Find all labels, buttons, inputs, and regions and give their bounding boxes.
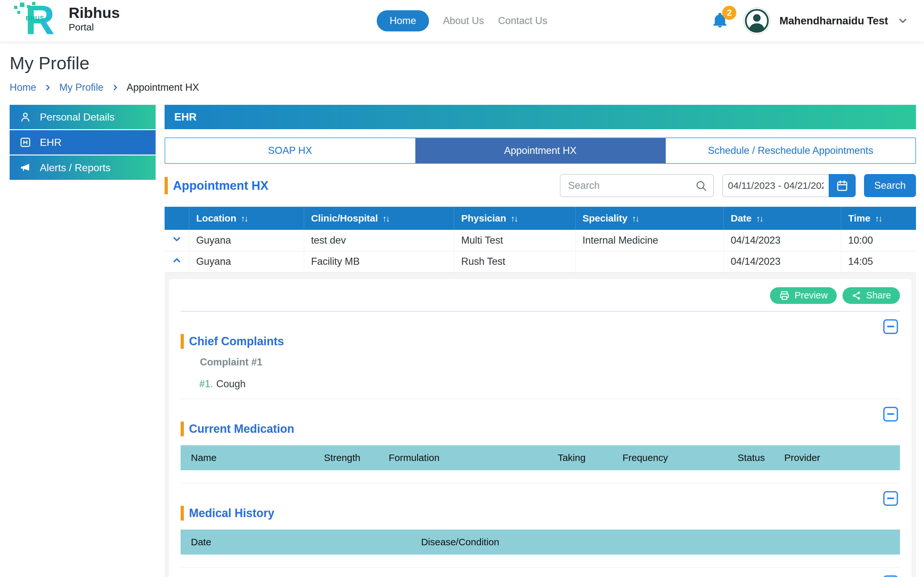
med-col-provider: Provider (774, 452, 900, 463)
med-col-strength: Strength (314, 452, 379, 463)
med-col-frequency: Frequency (612, 452, 727, 463)
section-title: Appointment HX (173, 179, 268, 193)
col-clinic-hospital[interactable]: Clinic/Hospital↑↓ (304, 207, 454, 230)
panel-header: EHR (165, 105, 916, 129)
brand-name: Ribhus (69, 5, 120, 21)
accent-bar (181, 422, 184, 436)
person-silhouette-icon (744, 8, 769, 33)
section-chief-complaints: Chief Complaints Complaint #1 #1.Cough (181, 311, 900, 390)
section-medical-history: Medical History Date Disease/Condition (181, 484, 900, 554)
logo-mark: R BHUS (13, 1, 64, 40)
collapse-minus-icon[interactable] (883, 491, 898, 506)
col-physician[interactable]: Physician↑↓ (454, 207, 575, 230)
accent-bar (165, 177, 168, 194)
row-expander[interactable] (165, 251, 189, 272)
content-layout: Personal Details EHR Alerts / Reports EH… (10, 105, 916, 577)
appointments-table: Location↑↓ Clinic/Hospital↑↓ Physician↑↓… (165, 207, 916, 272)
preview-button[interactable]: Preview (770, 287, 837, 304)
tab-schedule-reschedule[interactable]: Schedule / Reschedule Appointments (666, 138, 915, 163)
nav-about-us[interactable]: About Us (443, 15, 484, 27)
med-col-name: Name (181, 452, 314, 463)
sort-icon[interactable]: ↑↓ (383, 214, 389, 223)
collapse-minus-icon[interactable] (883, 319, 898, 334)
cell-time: 14:05 (841, 251, 916, 272)
section-heading: Medical History (181, 506, 900, 521)
nav-contact-us[interactable]: Contact Us (498, 15, 547, 27)
sort-icon[interactable]: ↑↓ (756, 214, 763, 223)
avatar[interactable] (743, 7, 771, 34)
user-name[interactable]: Mahendharnaidu Test (779, 15, 888, 27)
logo-dot (20, 3, 24, 7)
toolbar-controls: Search (560, 174, 916, 197)
collapse-row (181, 484, 900, 506)
complaint-item: #1.Cough (199, 378, 900, 390)
breadcrumb-home[interactable]: Home (10, 82, 36, 93)
brand-logo: R BHUS Ribhus Portal (13, 1, 120, 40)
sort-icon[interactable]: ↑↓ (632, 214, 639, 223)
sort-icon[interactable]: ↑↓ (241, 214, 248, 223)
col-time[interactable]: Time↑↓ (841, 207, 916, 230)
logo-dot (37, 6, 40, 9)
medication-table-header: Name Strength Formulation Taking Frequen… (181, 445, 900, 470)
collapse-row (181, 399, 900, 422)
search-input[interactable] (560, 174, 714, 197)
cell-location: Guyana (189, 230, 304, 251)
med-col-status: Status (727, 452, 774, 463)
megaphone-icon (19, 161, 31, 174)
col-location[interactable]: Location↑↓ (189, 207, 304, 230)
sort-icon[interactable]: ↑↓ (511, 214, 517, 223)
sidebar-item-label: EHR (40, 137, 61, 148)
chevron-down-icon[interactable] (897, 15, 909, 27)
search-box (560, 174, 714, 197)
cell-date: 04/14/2023 (724, 251, 841, 272)
breadcrumb-separator-icon (111, 84, 119, 91)
cell-physician: Rush Test (454, 251, 575, 272)
date-range-input[interactable] (722, 174, 829, 197)
medical-history-table-header: Date Disease/Condition (181, 530, 900, 554)
ehr-card-icon (19, 136, 31, 148)
med-col-taking: Taking (548, 452, 612, 463)
logo-overlay-text: BHUS (26, 15, 44, 22)
sidebar-item-ehr[interactable]: EHR (10, 130, 156, 155)
complaint-label: Complaint #1 (200, 356, 900, 368)
cell-date: 04/14/2023 (724, 230, 841, 251)
expander-header (165, 207, 189, 230)
cell-location: Guyana (189, 251, 304, 272)
tab-soap-hx[interactable]: SOAP HX (165, 138, 415, 163)
col-speciality[interactable]: Speciality↑↓ (575, 207, 724, 230)
chevron-down-icon (171, 234, 182, 245)
search-icon[interactable] (695, 179, 708, 192)
ehr-tabs: SOAP HX Appointment HX Schedule / Resche… (165, 137, 916, 164)
breadcrumb-my-profile[interactable]: My Profile (59, 82, 103, 93)
tab-appointment-hx[interactable]: Appointment HX (415, 138, 666, 163)
col-date[interactable]: Date↑↓ (724, 207, 841, 230)
sort-icon[interactable]: ↑↓ (875, 214, 882, 223)
calendar-button[interactable] (829, 174, 856, 197)
collapse-minus-icon[interactable] (883, 407, 898, 422)
nav-home[interactable]: Home (376, 10, 429, 31)
row-expander[interactable] (165, 230, 189, 251)
search-button[interactable]: Search (864, 174, 916, 197)
panel-title: EHR (174, 111, 197, 123)
mh-col-date: Date (181, 537, 411, 548)
collapse-minus-icon[interactable] (883, 575, 898, 577)
logo-dot (14, 6, 17, 9)
app-header: R BHUS Ribhus Portal Home About Us Conta… (0, 0, 924, 42)
sidebar: Personal Details EHR Alerts / Reports (10, 105, 156, 180)
complaint-number: #1. (199, 378, 213, 390)
appointments-header-row: Location↑↓ Clinic/Hospital↑↓ Physician↑↓… (165, 207, 916, 230)
notifications-button[interactable]: 2 (711, 11, 729, 30)
share-button[interactable]: Share (843, 287, 900, 304)
share-icon (851, 290, 862, 301)
brand-text: Ribhus Portal (69, 1, 120, 33)
cell-speciality: Internal Medicine (575, 230, 724, 251)
table-row: Guyana Facility MB Rush Test 04/14/2023 … (165, 251, 916, 272)
sidebar-item-alerts-reports[interactable]: Alerts / Reports (10, 155, 156, 180)
section-current-medication: Current Medication Name Strength Formula… (181, 399, 900, 470)
med-col-formulation: Formulation (379, 452, 548, 463)
breadcrumb: Home My Profile Appointment HX (10, 82, 916, 93)
sidebar-item-personal-details[interactable]: Personal Details (10, 105, 156, 129)
mh-col-disease: Disease/Condition (411, 537, 900, 548)
section-surgical-history: Surgical History Date Name (181, 568, 900, 577)
accent-bar (181, 506, 184, 521)
